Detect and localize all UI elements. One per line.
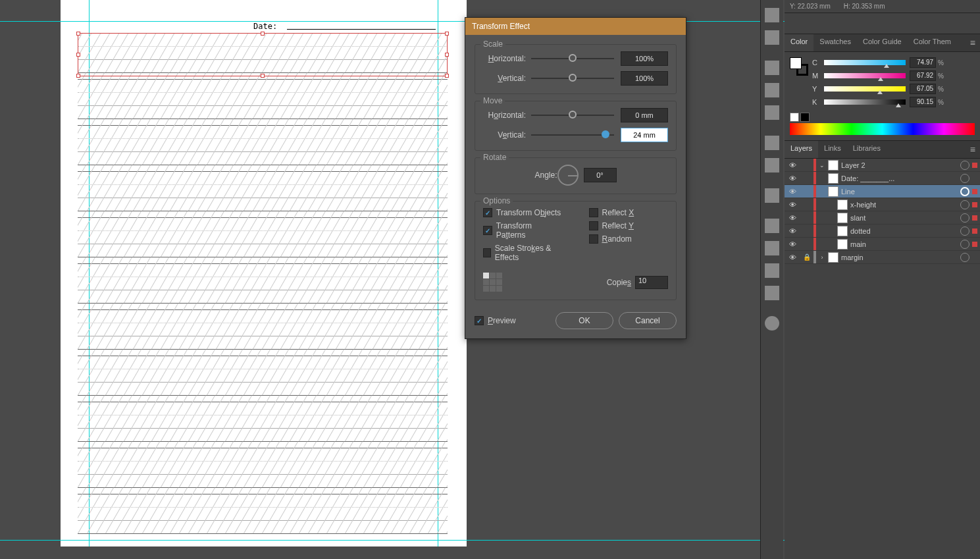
target-icon[interactable] bbox=[960, 240, 969, 249]
paragraph-icon[interactable] bbox=[765, 241, 779, 255]
magenta-slider[interactable] bbox=[824, 73, 906, 78]
expand-icon[interactable]: › bbox=[816, 254, 828, 261]
reflect-y-checkbox[interactable] bbox=[589, 221, 598, 230]
anchor-point-grid[interactable] bbox=[483, 273, 502, 292]
white-swatch[interactable] bbox=[790, 113, 799, 122]
layer-row-date[interactable]: 👁Date: _______... bbox=[785, 172, 980, 185]
scale-section: Scale Horizontal: 100% Vertical: 100% bbox=[475, 44, 677, 94]
panel-menu-icon[interactable]: ≡ bbox=[966, 141, 980, 158]
scale-vertical-input[interactable]: 100% bbox=[621, 71, 668, 86]
visibility-icon[interactable]: 👁 bbox=[785, 188, 800, 196]
black-swatch[interactable] bbox=[800, 113, 810, 122]
fill-stroke-indicator[interactable] bbox=[790, 57, 808, 76]
reflect-x-checkbox[interactable] bbox=[589, 208, 598, 217]
random-checkbox[interactable] bbox=[589, 234, 598, 244]
move-horizontal-input[interactable]: 0 mm bbox=[621, 108, 668, 122]
cancel-button[interactable]: Cancel bbox=[619, 312, 677, 329]
target-icon[interactable] bbox=[960, 226, 969, 236]
tab-color-guide[interactable]: Color Guide bbox=[857, 34, 908, 51]
layer-row-xheight[interactable]: 👁x-height bbox=[785, 198, 980, 211]
copies-input[interactable]: 10 bbox=[635, 276, 668, 289]
layer-row-dotted[interactable]: 👁dotted bbox=[785, 225, 980, 238]
selection-handle-mr[interactable] bbox=[445, 53, 449, 57]
layer-row-layer2[interactable]: 👁⌄Layer 2 bbox=[785, 159, 980, 172]
panel-icon[interactable] bbox=[765, 286, 779, 300]
target-icon[interactable] bbox=[960, 253, 969, 262]
transform-objects-label: Transform Objects bbox=[496, 208, 561, 217]
visibility-icon[interactable]: 👁 bbox=[785, 161, 800, 169]
scale-horizontal-slider[interactable] bbox=[531, 58, 614, 59]
move-vertical-slider[interactable] bbox=[531, 134, 614, 136]
selection-handle-bm[interactable] bbox=[261, 74, 265, 78]
cyan-slider[interactable] bbox=[824, 60, 906, 65]
target-icon[interactable] bbox=[960, 187, 969, 196]
visibility-icon[interactable]: 👁 bbox=[785, 214, 800, 222]
tab-links[interactable]: Links bbox=[818, 141, 847, 158]
visibility-icon[interactable]: 👁 bbox=[785, 174, 800, 182]
rotate-angle-input[interactable]: 0° bbox=[584, 168, 617, 182]
scale-strokes-label: Scale Strokes & Effects bbox=[495, 244, 563, 262]
panel-icon[interactable] bbox=[765, 30, 779, 45]
tab-layers[interactable]: Layers bbox=[785, 141, 818, 158]
scale-horizontal-input[interactable]: 100% bbox=[621, 51, 668, 66]
scale-vertical-slider[interactable] bbox=[531, 78, 614, 79]
transform-patterns-label: Transform Patterns bbox=[496, 221, 563, 240]
visibility-icon[interactable]: 👁 bbox=[785, 201, 800, 209]
panel-icon[interactable] bbox=[765, 105, 779, 120]
panel-icon[interactable] bbox=[765, 61, 779, 75]
selection-handle-ml[interactable] bbox=[76, 53, 80, 57]
selection-handle-bl[interactable] bbox=[76, 74, 80, 78]
target-icon[interactable] bbox=[960, 213, 969, 223]
layer-row-margin[interactable]: 👁🔒›margin bbox=[785, 251, 980, 264]
move-horizontal-slider[interactable] bbox=[531, 115, 614, 116]
yellow-value[interactable]: 67.05 bbox=[910, 84, 936, 94]
black-value[interactable]: 90.15 bbox=[910, 97, 936, 107]
selection-bounding-box[interactable] bbox=[78, 33, 448, 76]
type-icon[interactable] bbox=[765, 219, 779, 233]
target-icon[interactable] bbox=[960, 161, 969, 170]
black-slider[interactable] bbox=[824, 99, 906, 105]
preview-checkbox[interactable] bbox=[475, 316, 484, 325]
target-icon[interactable] bbox=[960, 200, 969, 209]
selection-handle-tr[interactable] bbox=[445, 32, 449, 36]
glyphs-icon[interactable] bbox=[765, 263, 779, 278]
move-vertical-input[interactable]: 24 mm bbox=[621, 128, 668, 142]
ok-button[interactable]: OK bbox=[555, 312, 613, 329]
fill-swatch[interactable] bbox=[790, 57, 802, 69]
visibility-icon[interactable]: 👁 bbox=[785, 240, 800, 248]
panel-menu-icon[interactable]: ≡ bbox=[966, 34, 980, 51]
expand-icon[interactable]: ⌄ bbox=[816, 162, 828, 169]
rotate-angle-dial[interactable] bbox=[557, 165, 579, 186]
panel-icon[interactable] bbox=[765, 8, 779, 22]
appearance-icon[interactable] bbox=[765, 316, 779, 331]
transform-patterns-checkbox[interactable] bbox=[483, 226, 492, 235]
layer-row-main[interactable]: 👁main bbox=[785, 238, 980, 251]
yellow-slider[interactable] bbox=[824, 86, 906, 92]
layer-row-line[interactable]: 👁⌄Line bbox=[785, 185, 980, 198]
target-icon[interactable] bbox=[960, 174, 969, 183]
tab-color[interactable]: Color bbox=[785, 34, 813, 51]
cyan-value[interactable]: 74.97 bbox=[910, 57, 936, 68]
selection-handle-br[interactable] bbox=[445, 74, 449, 78]
panel-icon[interactable] bbox=[765, 83, 779, 97]
visibility-icon[interactable]: 👁 bbox=[785, 253, 800, 261]
panel-icon[interactable] bbox=[765, 136, 779, 150]
selection-handle-tm[interactable] bbox=[261, 32, 265, 36]
panel-icon[interactable] bbox=[765, 188, 779, 203]
visibility-icon[interactable]: 👁 bbox=[785, 227, 800, 235]
expand-icon[interactable]: ⌄ bbox=[816, 188, 828, 195]
lock-icon[interactable]: 🔒 bbox=[800, 253, 813, 261]
tab-libraries[interactable]: Libraries bbox=[847, 141, 887, 158]
dialog-titlebar[interactable]: Transform Effect bbox=[465, 18, 686, 35]
selection-handle-tl[interactable] bbox=[76, 32, 80, 36]
cyan-label: C bbox=[812, 59, 820, 67]
color-spectrum[interactable] bbox=[790, 123, 975, 135]
tab-swatches[interactable]: Swatches bbox=[813, 34, 857, 51]
panel-icon[interactable] bbox=[765, 158, 779, 173]
layer-row-slant[interactable]: 👁slant bbox=[785, 211, 980, 225]
transform-objects-checkbox[interactable] bbox=[483, 208, 492, 217]
scale-strokes-checkbox[interactable] bbox=[483, 248, 491, 257]
tab-color-themes[interactable]: Color Them bbox=[908, 34, 957, 51]
color-panel: Color Swatches Color Guide Color Them ≡ … bbox=[785, 34, 980, 141]
magenta-value[interactable]: 67.92 bbox=[910, 70, 936, 81]
